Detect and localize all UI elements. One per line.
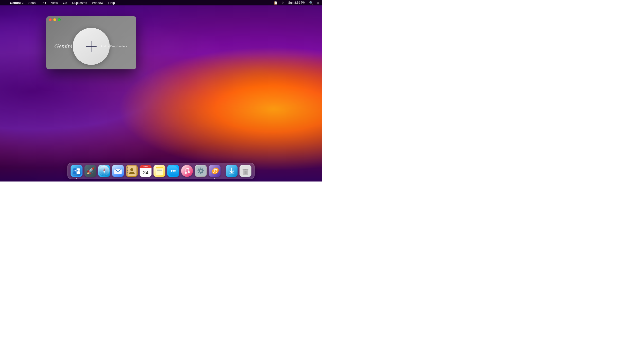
- apple-menu[interactable]: [2, 0, 7, 6]
- go-menu[interactable]: Go: [61, 0, 69, 6]
- messages-icon: [168, 165, 179, 177]
- finder-dot: [76, 178, 77, 179]
- svg-rect-40: [200, 173, 202, 174]
- app-name-menu[interactable]: Gemini 2: [8, 0, 26, 6]
- window-menu[interactable]: Window: [90, 0, 105, 6]
- gemini-dot: [214, 178, 215, 179]
- safari-icon: [98, 165, 110, 177]
- close-button[interactable]: [49, 18, 52, 21]
- svg-rect-20: [127, 170, 128, 171]
- dock-item-contacts[interactable]: [126, 164, 138, 177]
- svg-point-30: [174, 170, 176, 172]
- scan-menu[interactable]: Scan: [26, 0, 38, 6]
- gemini-window: Gemini Add or Drop Folders: [46, 16, 136, 69]
- traffic-lights: [49, 18, 61, 21]
- dock-item-messages[interactable]: [167, 164, 180, 177]
- svg-rect-2: [77, 168, 80, 174]
- duplicates-menu[interactable]: Duplicates: [70, 0, 89, 6]
- notification-center-icon[interactable]: 📋: [273, 1, 278, 5]
- dock-item-system-preferences[interactable]: [194, 164, 207, 177]
- minimize-button[interactable]: [53, 18, 56, 21]
- dock-separator: [223, 166, 224, 176]
- svg-point-38: [200, 170, 202, 172]
- dock-item-music[interactable]: [181, 164, 194, 177]
- svg-rect-39: [200, 168, 202, 169]
- menubar: Gemini 2 Scan Edit View Go Duplicates Wi…: [0, 0, 322, 6]
- datetime-display: Sun 8:39 PM: [287, 1, 306, 4]
- svg-rect-41: [198, 170, 199, 172]
- drop-folders-label: Add or Drop Folders: [100, 45, 127, 48]
- calendar-day: 24: [140, 168, 152, 177]
- calendar-month: SEP: [140, 165, 152, 168]
- wifi-icon[interactable]: ✈: [280, 1, 285, 5]
- plus-icon: [86, 41, 97, 52]
- dock-container: 🚀: [68, 163, 255, 179]
- dock: 🚀: [68, 163, 255, 179]
- dock-item-trash[interactable]: [239, 164, 252, 177]
- plus-icon-container: [86, 41, 97, 52]
- edit-menu[interactable]: Edit: [39, 0, 48, 6]
- search-icon[interactable]: 🔍: [308, 1, 314, 5]
- svg-rect-21: [127, 172, 128, 173]
- launchpad-icon: 🚀: [84, 165, 96, 177]
- gemini-dock-icon: ♊: [209, 165, 221, 177]
- svg-point-29: [172, 170, 174, 172]
- svg-point-31: [182, 166, 192, 176]
- window-titlebar: [46, 16, 136, 23]
- downloads-icon: [226, 165, 238, 177]
- svg-rect-53: [242, 170, 248, 170]
- gemini-logo: Gemini: [54, 43, 72, 50]
- svg-rect-34: [186, 169, 186, 173]
- maximize-button[interactable]: [58, 18, 61, 21]
- dock-item-notes[interactable]: [153, 164, 166, 177]
- dock-item-safari[interactable]: [98, 164, 111, 177]
- svg-point-18: [130, 168, 134, 171]
- notes-icon: [154, 165, 166, 177]
- dock-item-calendar[interactable]: SEP 24: [139, 164, 152, 177]
- window-content: Gemini Add or Drop Folders: [46, 23, 136, 69]
- mail-icon: [112, 165, 124, 177]
- help-menu[interactable]: Help: [106, 0, 117, 6]
- music-icon: [181, 165, 193, 177]
- svg-point-6: [79, 170, 80, 171]
- dock-item-mail[interactable]: [112, 164, 124, 177]
- calendar-icon: SEP 24: [140, 165, 152, 177]
- trash-icon: [240, 165, 252, 177]
- view-menu[interactable]: View: [49, 0, 60, 6]
- dock-item-gemini[interactable]: ♊: [208, 164, 221, 177]
- svg-rect-54: [244, 169, 246, 170]
- svg-rect-1: [73, 168, 77, 174]
- dock-item-launchpad[interactable]: 🚀: [84, 164, 97, 177]
- system-preferences-icon: [195, 165, 207, 177]
- control-center-icon[interactable]: ≡: [316, 1, 320, 5]
- gemini-logo-text: Gemini: [54, 43, 72, 50]
- svg-rect-19: [127, 168, 128, 168]
- svg-rect-42: [203, 170, 204, 172]
- svg-point-28: [171, 170, 172, 172]
- dock-item-finder[interactable]: [70, 164, 83, 177]
- svg-rect-35: [188, 168, 189, 172]
- svg-point-4: [75, 170, 76, 171]
- svg-point-3: [74, 170, 75, 171]
- svg-point-5: [77, 170, 78, 171]
- contacts-icon: [126, 165, 138, 177]
- svg-rect-26: [156, 167, 163, 168]
- finder-icon: [71, 165, 82, 177]
- dock-item-downloads[interactable]: [225, 164, 238, 177]
